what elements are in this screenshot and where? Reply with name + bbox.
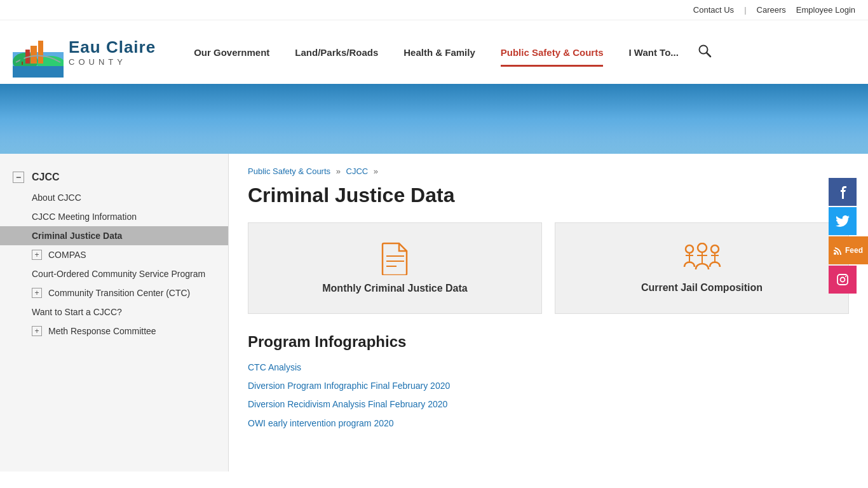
hero-banner xyxy=(0,84,868,154)
meth-expand-icon[interactable]: + xyxy=(32,326,42,336)
svg-point-26 xyxy=(845,276,846,277)
svg-rect-8 xyxy=(22,62,23,65)
sidebar-item-cjcc-meeting[interactable]: CJCC Meeting Information xyxy=(0,207,228,226)
feed-button[interactable]: Feed xyxy=(829,236,868,264)
svg-point-25 xyxy=(840,278,844,282)
sidebar-item-want-to-start[interactable]: Want to Start a CJCC? xyxy=(0,302,228,322)
svg-rect-4 xyxy=(38,41,43,64)
jail-card-label: Current Jail Composition xyxy=(641,282,763,294)
separator: | xyxy=(744,5,746,15)
sidebar-section-cjcc[interactable]: − CJCC xyxy=(0,166,228,188)
breadcrumb-link-cjcc[interactable]: CJCC xyxy=(346,166,369,176)
sidebar-toggle[interactable]: − xyxy=(13,172,24,183)
people-icon xyxy=(683,243,721,274)
sidebar-item-ctc[interactable]: + Community Transition Center (CTC) xyxy=(0,283,228,302)
page-title: Criminal Justice Data xyxy=(248,184,849,207)
top-bar: Contact Us | Careers Employee Login xyxy=(0,0,868,20)
sidebar-item-about-cjcc[interactable]: About CJCC xyxy=(0,188,228,207)
svg-rect-6 xyxy=(13,66,64,78)
nav-our-government[interactable]: Our Government xyxy=(181,41,282,64)
employee-login-link[interactable]: Employee Login xyxy=(796,5,855,15)
infographic-link-owi[interactable]: OWI early intervention program 2020 xyxy=(248,416,849,431)
sidebar-item-meth-response[interactable]: + Meth Response Committee xyxy=(0,322,228,341)
facebook-button[interactable] xyxy=(829,178,857,206)
svg-rect-3 xyxy=(31,46,37,64)
compas-expand-icon[interactable]: + xyxy=(32,250,42,260)
infographics-section-title: Program Infographics xyxy=(248,333,849,351)
logo-icon xyxy=(13,27,64,78)
svg-point-14 xyxy=(686,245,693,253)
search-button[interactable] xyxy=(691,37,718,67)
breadcrumb-link-public-safety[interactable]: Public Safety & Courts xyxy=(248,166,330,176)
instagram-button[interactable] xyxy=(829,266,857,294)
sidebar-meth-label: Meth Response Committee xyxy=(48,326,156,336)
infographic-link-ctc[interactable]: CTC Analysis xyxy=(248,360,849,376)
sidebar-item-compas[interactable]: + COMPAS xyxy=(0,245,228,264)
sidebar-section-label: CJCC xyxy=(32,172,60,183)
ctc-expand-icon[interactable]: + xyxy=(32,288,42,298)
cards-row: Monthly Criminal Justice Data xyxy=(248,222,849,314)
main-nav: Our Government Land/Parks/Roads Health &… xyxy=(181,37,855,67)
logo-text: Eau Claire COUNTY xyxy=(69,37,156,67)
svg-line-10 xyxy=(707,53,710,57)
logo-link[interactable]: Eau Claire COUNTY xyxy=(13,27,156,78)
content-area: − CJCC About CJCC CJCC Meeting Informati… xyxy=(0,154,868,471)
current-jail-composition-card[interactable]: Current Jail Composition xyxy=(555,222,849,314)
sidebar: − CJCC About CJCC CJCC Meeting Informati… xyxy=(0,154,229,471)
infographic-link-diversion-recidivism[interactable]: Diversion Recidivism Analysis Final Febr… xyxy=(248,396,849,412)
header: Eau Claire COUNTY Our Government Land/Pa… xyxy=(0,20,868,84)
svg-point-20 xyxy=(711,245,719,253)
nav-land-parks-roads[interactable]: Land/Parks/Roads xyxy=(282,41,391,64)
nav-health-family[interactable]: Health & Family xyxy=(391,41,488,64)
twitter-button[interactable] xyxy=(829,207,857,235)
sidebar-item-court-ordered[interactable]: Court-Ordered Community Service Program xyxy=(0,264,228,283)
sidebar-compas-label: COMPAS xyxy=(48,250,86,260)
main-content: Public Safety & Courts » CJCC » Criminal… xyxy=(229,154,868,471)
careers-link[interactable]: Careers xyxy=(757,5,786,15)
infographic-link-diversion-program[interactable]: Diversion Program Infographic Final Febr… xyxy=(248,378,849,394)
feed-label: Feed xyxy=(845,246,863,255)
logo-city: Eau Claire xyxy=(69,37,156,57)
infographic-links: CTC Analysis Diversion Program Infograph… xyxy=(248,360,849,431)
breadcrumb-sep2: » xyxy=(374,166,378,176)
svg-point-17 xyxy=(698,243,707,252)
monthly-criminal-justice-card[interactable]: Monthly Criminal Justice Data xyxy=(248,222,542,314)
nav-i-want-to[interactable]: I Want To... xyxy=(616,41,691,64)
logo-county: COUNTY xyxy=(69,57,156,67)
document-icon xyxy=(381,242,409,275)
sidebar-item-criminal-justice-data[interactable]: Criminal Justice Data xyxy=(0,226,228,245)
nav-public-safety[interactable]: Public Safety & Courts xyxy=(488,41,616,64)
breadcrumb-sep1: » xyxy=(336,166,341,176)
sidebar-ctc-label: Community Transition Center (CTC) xyxy=(48,288,190,298)
social-sidebar: Feed xyxy=(829,178,868,295)
monthly-card-label: Monthly Criminal Justice Data xyxy=(322,283,468,294)
breadcrumb: Public Safety & Courts » CJCC » xyxy=(248,166,849,176)
contact-us-link[interactable]: Contact Us xyxy=(693,5,734,15)
svg-point-23 xyxy=(834,252,836,255)
